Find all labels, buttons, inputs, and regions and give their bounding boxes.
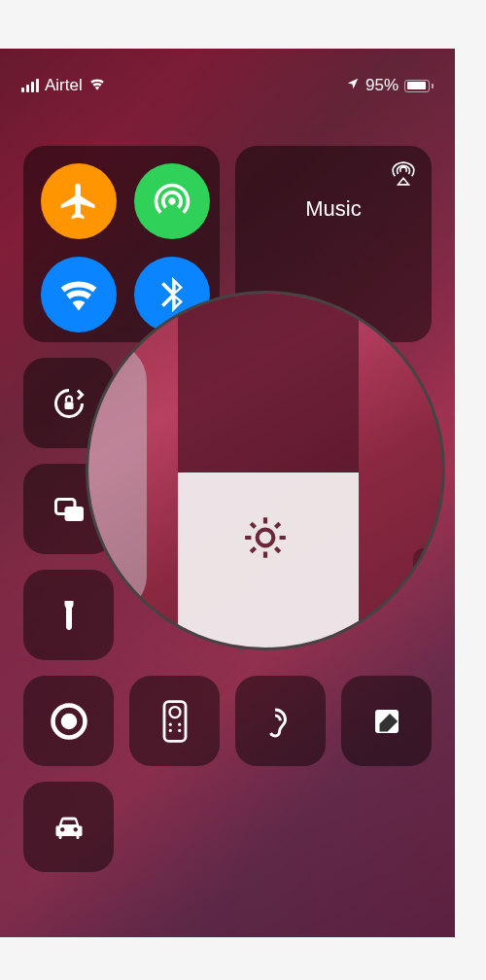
status-bar: Airtel 95% [0, 64, 455, 107]
status-right: 95% [346, 76, 434, 95]
svg-rect-0 [64, 402, 73, 409]
svg-point-10 [178, 728, 181, 731]
signal-strength-icon [21, 79, 39, 92]
battery-icon [404, 80, 434, 92]
svg-line-20 [275, 523, 279, 527]
svg-line-17 [251, 523, 255, 527]
battery-percent: 95% [365, 76, 399, 95]
status-left: Airtel [21, 76, 106, 95]
svg-point-4 [60, 713, 77, 729]
music-label: Music [235, 196, 432, 222]
cellular-data-button[interactable] [134, 163, 210, 239]
airplane-mode-button[interactable] [41, 163, 117, 239]
flashlight-button[interactable] [23, 570, 114, 660]
svg-point-12 [258, 530, 274, 546]
svg-line-19 [251, 547, 255, 551]
wifi-button[interactable] [41, 257, 117, 332]
wifi-status-icon [88, 76, 106, 95]
apple-tv-remote-button[interactable] [129, 676, 220, 766]
location-icon [346, 76, 360, 95]
brightness-icon [241, 513, 290, 562]
airplay-icon[interactable] [391, 161, 416, 191]
svg-rect-2 [64, 507, 84, 521]
screen-record-button[interactable] [23, 676, 114, 766]
svg-point-8 [178, 722, 181, 725]
notes-button[interactable] [341, 676, 432, 766]
control-center-screen: Airtel 95% [0, 49, 455, 937]
svg-point-6 [169, 707, 180, 718]
carrier-label: Airtel [45, 76, 83, 95]
hearing-button[interactable] [235, 676, 326, 766]
svg-point-7 [168, 722, 171, 725]
svg-line-18 [275, 547, 279, 551]
magnifier-circle [86, 291, 445, 650]
driving-mode-button[interactable] [23, 782, 114, 872]
svg-point-9 [168, 728, 171, 731]
